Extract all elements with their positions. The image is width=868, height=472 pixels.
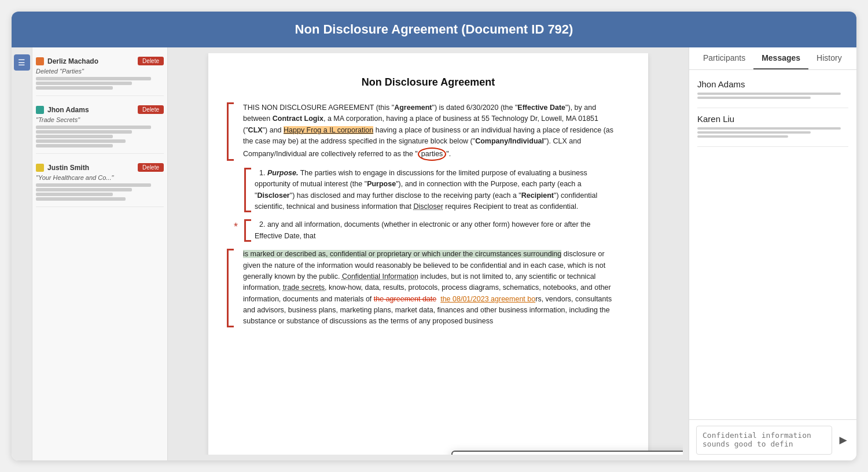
participant-item: Karen Liu	[697, 114, 848, 147]
participant-line	[697, 93, 841, 95]
doc-paragraph-1: THIS NON DISCLOSURE AGREEMENT (this "Agr…	[237, 102, 619, 161]
red-bracket-2	[244, 219, 251, 242]
comment-line	[36, 86, 113, 90]
red-bracket-conf	[227, 249, 234, 327]
participant-item: Jhon Adams	[697, 79, 848, 108]
participant-line	[697, 97, 811, 99]
para1-text: THIS NON DISCLOSURE AGREEMENT (this "Agr…	[243, 104, 613, 158]
comment-lines	[36, 77, 164, 90]
commenter-name: Justin Smith	[36, 164, 89, 172]
commenter-dot	[36, 164, 44, 172]
participant-line	[697, 127, 841, 130]
tab-messages[interactable]: Messages	[753, 47, 808, 69]
comment-line	[36, 183, 151, 187]
right-panel: Participants Messages History Jhon Adams	[689, 47, 856, 460]
delete-button[interactable]: Delete	[138, 57, 164, 65]
comment-header: Derliz Machado Delete	[36, 57, 164, 65]
asterisk-icon: *	[234, 219, 238, 235]
delete-button[interactable]: Delete	[138, 105, 164, 114]
doc-scroll-container[interactable]: Non Disclosure Agreement THIS NON DISCLO…	[174, 53, 683, 455]
comment-header: Justin Smith Delete	[36, 163, 164, 172]
delete-button[interactable]: Delete	[138, 163, 164, 172]
left-sidebar: ☰ Derliz Machado Delete Deleted "Parties…	[12, 47, 168, 460]
comment-line	[36, 139, 126, 143]
message-input-area: ►	[689, 419, 856, 460]
comment-line	[36, 130, 132, 134]
participant-name: Karen Liu	[697, 114, 848, 124]
commenter-name: Jhon Adams	[36, 106, 89, 114]
comment-lines	[36, 183, 164, 201]
comment-header: Jhon Adams Delete	[36, 105, 164, 114]
doc-paragraph-purpose: 1. Purpose. The parties wish to engage i…	[237, 168, 619, 213]
right-panel-tabs: Participants Messages History	[689, 47, 856, 70]
comment-line	[36, 193, 113, 196]
tab-history[interactable]: History	[808, 47, 850, 69]
comment-item: Jhon Adams Delete "Trade Secrets"	[36, 105, 164, 154]
commenter-dot	[36, 106, 44, 114]
comment-line	[36, 126, 151, 129]
red-bracket-purpose	[244, 168, 251, 213]
commenter-dot	[36, 57, 44, 65]
right-panel-content: Jhon Adams Karen Liu	[689, 70, 856, 419]
comment-line	[36, 135, 113, 138]
doc-page-title: Non Disclosure Agreement	[237, 76, 619, 89]
participant-name: Jhon Adams	[697, 79, 848, 89]
comments-icon[interactable]: ☰	[14, 54, 30, 71]
sidebar-content: Derliz Machado Delete Deleted "Parties"	[32, 52, 167, 221]
comment-item: Derliz Machado Delete Deleted "Parties"	[36, 57, 164, 96]
message-input[interactable]	[696, 426, 832, 455]
document-viewer: Non Disclosure Agreement THIS NON DISCLO…	[168, 47, 689, 460]
tab-participants[interactable]: Participants	[695, 47, 753, 69]
comment-quote: Deleted "Parties"	[36, 68, 164, 75]
doc-body: THIS NON DISCLOSURE AGREEMENT (this "Agr…	[237, 102, 619, 327]
comment-line	[36, 197, 126, 201]
red-bracket	[227, 102, 234, 161]
comment-line	[36, 188, 132, 191]
word-popup: defend parties recipients h	[451, 451, 683, 455]
send-button[interactable]: ►	[837, 433, 849, 448]
main-area: ☰ Derliz Machado Delete Deleted "Parties…	[12, 47, 856, 460]
comment-quote: "Your Healthcare and Co..."	[36, 174, 164, 181]
doc-paragraph-confidential: is marked or described as, confidential …	[237, 249, 619, 327]
purpose-item: 1. Purpose. The parties wish to engage i…	[255, 168, 619, 213]
comment-line	[36, 77, 151, 80]
document-title: Non Disclosure Agreement (Document ID 79…	[295, 22, 573, 36]
comment-line	[36, 144, 113, 148]
sidebar-icon-bar: ☰	[12, 47, 32, 460]
participant-line	[697, 131, 811, 134]
document-header: Non Disclosure Agreement (Document ID 79…	[12, 12, 856, 47]
comment-item: Justin Smith Delete "Your Healthcare and…	[36, 163, 164, 207]
comment-lines	[36, 126, 164, 148]
comment-line	[36, 82, 132, 85]
comment-quote: "Trade Secrets"	[36, 116, 164, 123]
commenter-name: Derliz Machado	[36, 57, 98, 65]
doc-paragraph-2: * 2. defend parties recipients h any and…	[237, 219, 619, 242]
doc-page: Non Disclosure Agreement THIS NON DISCLO…	[208, 53, 648, 455]
participant-line	[697, 135, 788, 138]
